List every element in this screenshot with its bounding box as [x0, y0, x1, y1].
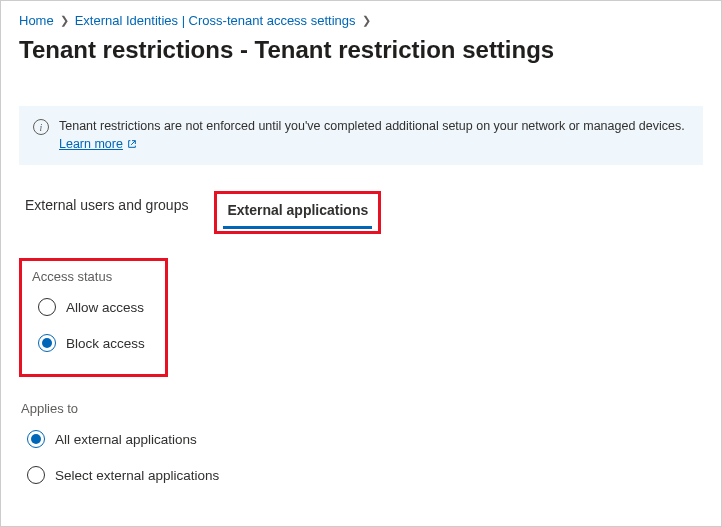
page-title: Tenant restrictions - Tenant restriction… [19, 36, 703, 64]
info-icon: i [33, 119, 49, 135]
radio-icon [38, 298, 56, 316]
info-banner-message: Tenant restrictions are not enforced unt… [59, 118, 685, 153]
radio-icon [27, 430, 45, 448]
access-status-label: Access status [32, 269, 145, 284]
info-banner-text: Tenant restrictions are not enforced unt… [59, 119, 685, 133]
chevron-right-icon: ❯ [60, 14, 69, 27]
radio-all-external-applications-label: All external applications [55, 432, 197, 447]
highlight-access-status: Access status Allow access Block access [19, 258, 168, 377]
breadcrumb: Home ❯ External Identities | Cross-tenan… [19, 13, 703, 28]
breadcrumb-external-identities[interactable]: External Identities | Cross-tenant acces… [75, 13, 356, 28]
highlight-external-applications-tab: External applications [214, 191, 381, 234]
radio-select-external-applications-label: Select external applications [55, 468, 219, 483]
chevron-right-icon: ❯ [362, 14, 371, 27]
breadcrumb-home[interactable]: Home [19, 13, 54, 28]
tab-external-users-groups[interactable]: External users and groups [21, 191, 192, 234]
info-banner: i Tenant restrictions are not enforced u… [19, 106, 703, 165]
learn-more-link[interactable]: Learn more [59, 136, 137, 154]
radio-allow-access-label: Allow access [66, 300, 144, 315]
applies-to-label: Applies to [21, 401, 703, 416]
radio-block-access[interactable]: Block access [38, 334, 145, 352]
radio-icon [38, 334, 56, 352]
applies-to-section: Applies to All external applications Sel… [21, 401, 703, 484]
external-link-icon [127, 139, 137, 149]
radio-select-external-applications[interactable]: Select external applications [27, 466, 703, 484]
radio-all-external-applications[interactable]: All external applications [27, 430, 703, 448]
tab-external-applications[interactable]: External applications [223, 196, 372, 229]
radio-block-access-label: Block access [66, 336, 145, 351]
learn-more-label: Learn more [59, 136, 123, 154]
radio-icon [27, 466, 45, 484]
radio-allow-access[interactable]: Allow access [38, 298, 145, 316]
applies-to-group: All external applications Select externa… [27, 430, 703, 484]
tabs: External users and groups External appli… [21, 191, 703, 234]
access-status-group: Allow access Block access [38, 298, 145, 352]
